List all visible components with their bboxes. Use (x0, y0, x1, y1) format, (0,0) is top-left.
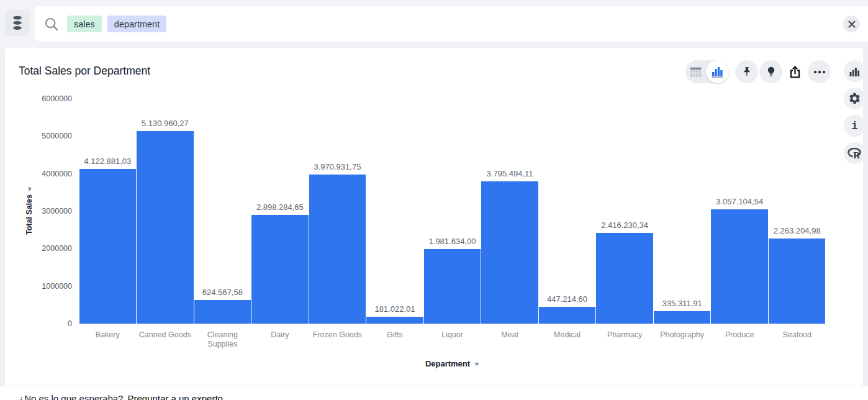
bar-frozen-goods[interactable] (309, 175, 366, 324)
search-tokens: salesdepartment (67, 16, 166, 32)
x-category-label: Meat (482, 330, 538, 340)
config-rail: i R (844, 60, 866, 164)
bar-value-label: 2.416.230,34 (578, 220, 671, 230)
top-bar: salesdepartment (0, 0, 868, 48)
chevron-down-icon (474, 363, 479, 366)
view-toggle (685, 60, 729, 83)
x-category-label: Photography (654, 330, 710, 340)
info-button[interactable]: i (844, 115, 866, 137)
x-category-label: Produce (712, 330, 767, 340)
plot-area: 4.122.881,035.130.960,27624.567,582.898.… (79, 99, 826, 324)
bar-dairy[interactable] (251, 215, 309, 324)
footer-question: ¿No es lo que esperaba? (19, 393, 123, 400)
more-options-button[interactable] (808, 60, 831, 83)
footer-bar: ¿No es lo que esperaba? Preguntar a un e… (0, 386, 868, 400)
chart-view-button[interactable] (706, 60, 729, 83)
insight-button[interactable] (759, 60, 782, 83)
bar-value-label: 3.057.104,54 (693, 197, 786, 206)
info-icon: i (851, 120, 858, 132)
settings-gear-icon (848, 92, 861, 105)
share-icon (788, 65, 802, 80)
y-tick-label: 5000000 (42, 132, 72, 140)
bar-medical[interactable] (539, 307, 596, 324)
bar-photography[interactable] (654, 311, 711, 324)
x-category-label: Frozen Goods (309, 330, 365, 340)
x-category-label: Gifts (367, 330, 423, 340)
x-category-label: Seafood (769, 330, 825, 340)
search-icon (43, 16, 60, 32)
insight-bulb-icon (765, 65, 777, 78)
chart-view-icon (712, 66, 724, 78)
pin-icon (741, 66, 753, 78)
search-token-department[interactable]: department (107, 16, 166, 32)
table-view-button[interactable] (685, 67, 706, 77)
bar-cleaning-supplies[interactable] (194, 300, 251, 324)
x-category-label: Bakery (79, 330, 135, 340)
pin-button[interactable] (735, 60, 758, 83)
chart-type-icon (849, 66, 860, 76)
x-category-label: Liquor (425, 330, 481, 340)
x-category-label: Canned Goods (137, 330, 193, 340)
bar-value-label: 3.970.931,75 (291, 162, 384, 171)
r-analysis-button[interactable]: R (844, 142, 866, 164)
x-axis-category-labels: BakeryCanned GoodsCleaning SuppliesDairy… (79, 330, 826, 352)
bar-gifts[interactable] (366, 317, 423, 324)
bar-value-label: 2.263.204,98 (751, 226, 844, 235)
bar-pharmacy[interactable] (596, 233, 653, 324)
x-axis-title-label: Department (425, 359, 470, 368)
answer-card: Total Sales por Department (5, 48, 863, 386)
y-tick-label: 0 (68, 319, 72, 328)
chart-type-button[interactable] (844, 60, 866, 82)
r-script-icon: R (848, 147, 862, 160)
y-axis-ticks: 0100000020000003000000400000050000006000… (17, 99, 72, 324)
bar-seafood[interactable] (769, 239, 826, 324)
more-options-icon (813, 70, 826, 74)
share-button[interactable] (784, 60, 807, 83)
x-category-label: Cleaning Supplies (194, 330, 250, 349)
y-tick-label: 3000000 (42, 207, 72, 216)
bar-value-label: 5.130.960,27 (119, 119, 212, 128)
x-axis-title[interactable]: Department (79, 359, 826, 368)
svg-text:R: R (853, 150, 860, 160)
clear-search-button[interactable] (843, 16, 860, 32)
y-tick-label: 2000000 (42, 244, 72, 253)
settings-button[interactable] (844, 88, 866, 109)
ask-expert-link[interactable]: Preguntar a un experto (127, 393, 222, 400)
answer-title: Total Sales por Department (19, 65, 150, 78)
x-category-label: Dairy (252, 330, 308, 340)
search-token-sales[interactable]: sales (67, 16, 102, 32)
data-source-button[interactable] (5, 10, 30, 36)
x-category-label: Medical (540, 330, 595, 340)
x-category-label: Pharmacy (597, 330, 653, 340)
y-tick-label: 6000000 (42, 94, 72, 103)
search-bar[interactable]: salesdepartment (35, 6, 868, 42)
table-view-icon (690, 67, 702, 77)
close-icon (848, 20, 856, 28)
y-tick-label: 1000000 (42, 282, 72, 291)
y-tick-label: 4000000 (42, 170, 72, 178)
bar-liquor[interactable] (424, 249, 481, 324)
answer-toolbar (685, 60, 831, 83)
bar-value-label: 3.795.494,11 (463, 169, 556, 178)
bar-bakery[interactable] (79, 169, 137, 324)
database-icon (10, 15, 25, 31)
